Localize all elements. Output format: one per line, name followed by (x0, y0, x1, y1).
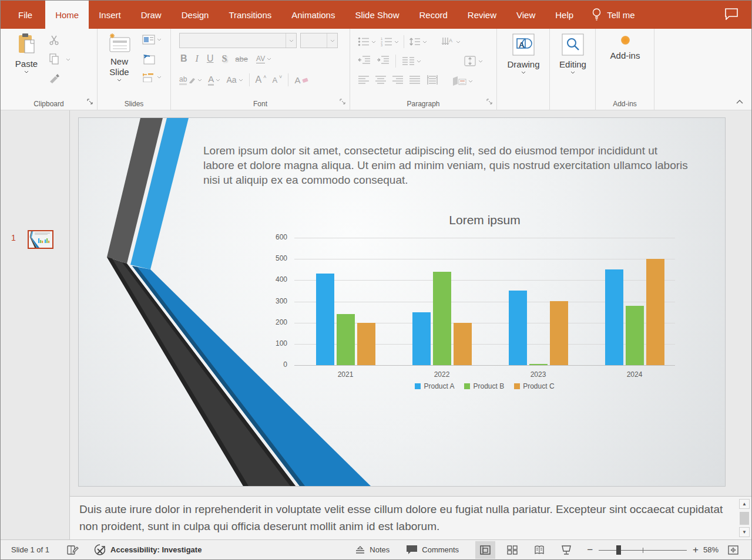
change-case-dropdown-icon[interactable] (239, 79, 243, 82)
normal-view-button[interactable] (475, 541, 495, 559)
comments-toggle-button[interactable]: Comments (406, 545, 459, 555)
font-name-combobox[interactable] (179, 33, 297, 48)
distribute-columns-button[interactable] (426, 75, 439, 87)
columns-button[interactable] (402, 56, 421, 66)
font-size-combobox[interactable] (300, 33, 338, 48)
character-spacing-dropdown-icon[interactable] (267, 58, 271, 60)
tab-slide-show[interactable]: Slide Show (345, 1, 409, 29)
notes-toggle-button[interactable]: Notes (355, 545, 390, 554)
fit-slide-to-window-button[interactable] (723, 541, 743, 559)
align-center-button[interactable] (375, 75, 387, 87)
paste-button[interactable]: Paste (11, 33, 42, 73)
section-button[interactable] (142, 72, 162, 82)
display-settings-button[interactable] (67, 545, 79, 555)
reset-slide-button[interactable] (142, 53, 155, 65)
bar-product-b-2023[interactable] (529, 364, 548, 365)
format-painter-button[interactable] (49, 73, 60, 84)
drawing-dropdown-icon[interactable] (521, 71, 526, 74)
decrease-font-size-button[interactable]: A˅ (272, 76, 282, 85)
tell-me-button[interactable]: Tell me (583, 1, 643, 29)
highlight-button[interactable]: ab (179, 75, 202, 85)
bar-product-b-2022[interactable] (433, 272, 451, 365)
underline-button[interactable]: U (207, 53, 214, 64)
font-color-button[interactable]: A (208, 74, 220, 86)
text-shadow-button[interactable]: S (221, 53, 227, 64)
tab-animations[interactable]: Animations (281, 1, 345, 29)
align-left-button[interactable] (358, 75, 370, 87)
slide-indicator[interactable]: Slide 1 of 1 (11, 545, 49, 554)
scrollbar-thumb[interactable] (740, 512, 749, 525)
scroll-down-arrow[interactable]: ▼ (739, 527, 750, 537)
paste-dropdown-icon[interactable] (24, 70, 29, 73)
decrease-indent-button[interactable] (358, 55, 371, 67)
justify-button[interactable] (409, 75, 421, 87)
change-case-button[interactable]: Aa (226, 75, 243, 85)
slide-show-button[interactable] (556, 541, 576, 559)
numbering-button[interactable]: 123 (381, 37, 399, 46)
align-right-button[interactable] (392, 75, 404, 87)
tab-design[interactable]: Design (172, 1, 219, 29)
zoom-in-button[interactable]: + (693, 544, 699, 556)
clipboard-dialog-launcher[interactable] (87, 97, 93, 107)
bar-product-b-2024[interactable] (626, 306, 644, 365)
bar-product-a-2021[interactable] (316, 274, 334, 365)
new-slide-button[interactable]: New Slide (102, 33, 136, 82)
zoom-slider-thumb[interactable] (616, 545, 621, 555)
bold-button[interactable]: B (180, 53, 187, 64)
reading-view-button[interactable] (529, 541, 549, 559)
layout-dropdown-icon[interactable] (157, 38, 162, 41)
bullets-button[interactable] (358, 37, 376, 46)
collapse-ribbon-button[interactable] (736, 96, 743, 106)
notes-text[interactable]: Duis aute irure dolor in reprehenderit i… (79, 501, 731, 535)
tab-transitions[interactable]: Transitions (219, 1, 281, 29)
slide-layout-button[interactable] (142, 35, 162, 45)
paragraph-dialog-launcher[interactable] (486, 97, 493, 107)
section-dropdown-icon[interactable] (157, 76, 162, 79)
font-size-dropdown-icon[interactable] (330, 39, 335, 42)
legend-item[interactable]: Product B (464, 382, 504, 390)
bar-product-c-2021[interactable] (357, 323, 375, 365)
chart-title[interactable]: Lorem ipsum (294, 213, 675, 227)
new-slide-dropdown-icon[interactable] (117, 79, 122, 82)
notes-scrollbar[interactable]: ▲ ▼ (739, 499, 750, 537)
notes-pane[interactable]: Duis aute irure dolor in reprehenderit i… (70, 496, 751, 539)
bar-product-b-2021[interactable] (337, 314, 355, 365)
text-direction-button[interactable]: A (441, 37, 461, 46)
accessibility-status[interactable]: Accessibility: Investigate (94, 544, 202, 556)
bar-product-a-2024[interactable] (605, 269, 623, 365)
clear-formatting-button[interactable]: A (294, 75, 308, 85)
tab-home[interactable]: Home (45, 1, 89, 29)
bar-product-a-2022[interactable] (412, 312, 431, 365)
addins-button[interactable]: Add-ins (606, 36, 644, 61)
bar-product-c-2024[interactable] (646, 259, 664, 365)
scroll-up-arrow[interactable]: ▲ (739, 499, 750, 509)
font-dialog-launcher[interactable] (340, 97, 346, 107)
editing-dropdown-icon[interactable] (570, 71, 575, 74)
tab-help[interactable]: Help (545, 1, 583, 29)
bar-product-c-2023[interactable] (550, 301, 568, 365)
increase-font-size-button[interactable]: A˄ (256, 75, 267, 85)
copy-button[interactable] (49, 53, 70, 65)
character-spacing-button[interactable]: AV (256, 55, 271, 63)
tab-draw[interactable]: Draw (131, 1, 172, 29)
slide-thumbnail[interactable] (28, 230, 53, 249)
zoom-slider[interactable] (599, 545, 687, 555)
cut-button[interactable] (49, 35, 59, 45)
zoom-level[interactable]: 58% (699, 545, 723, 554)
tab-review[interactable]: Review (458, 1, 506, 29)
slide-chart[interactable]: Lorem ipsum 0100200300400500600202120222… (79, 118, 725, 486)
drawing-button[interactable]: A Drawing (502, 33, 545, 74)
zoom-out-button[interactable]: − (587, 544, 593, 556)
legend-item[interactable]: Product C (514, 382, 554, 390)
legend-item[interactable]: Product A (415, 382, 454, 390)
italic-button[interactable]: I (196, 53, 199, 64)
strikethrough-button[interactable]: abe (235, 55, 248, 63)
tab-view[interactable]: View (506, 1, 545, 29)
bar-product-a-2023[interactable] (509, 291, 527, 365)
tab-insert[interactable]: Insert (89, 1, 131, 29)
slide-sorter-view-button[interactable] (502, 541, 522, 559)
convert-to-smartart-button[interactable] (452, 76, 473, 86)
align-text-button[interactable] (464, 55, 483, 67)
font-color-dropdown-icon[interactable] (216, 79, 220, 82)
copy-dropdown-icon[interactable] (66, 58, 70, 61)
